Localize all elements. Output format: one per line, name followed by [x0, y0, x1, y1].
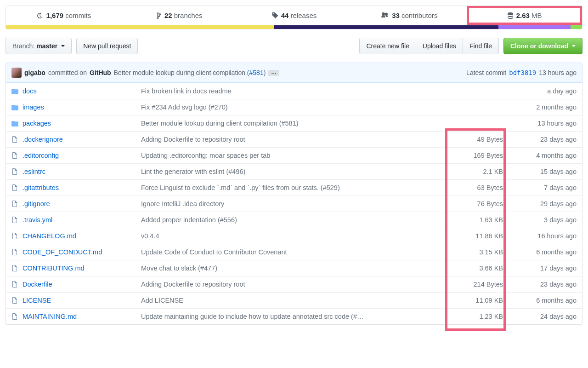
new-pull-request-button[interactable]: New pull request: [76, 38, 138, 54]
file-name: .gitattributes: [20, 184, 141, 191]
tag-icon: [271, 12, 278, 19]
commit-message-cell[interactable]: Adding Dockerfile to repository root: [141, 136, 448, 143]
stat-repo-size[interactable]: 2.63 MB: [467, 6, 582, 25]
commit-message-cell[interactable]: Add LICENSE: [141, 297, 448, 304]
commit-message-cell[interactable]: Added proper indentation (#556): [141, 216, 448, 224]
table-row: .gitattributesForce Linguist to exclude …: [6, 179, 582, 196]
repo-stats-bar: 1,679 commits 22 branches 44 releases 33…: [6, 6, 582, 25]
commit-message-cell[interactable]: Update maintaining guide to include how …: [141, 313, 448, 320]
branch-icon: [155, 12, 162, 19]
file-name: MAINTAINING.md: [20, 313, 141, 320]
table-row: CONTRIBUTING.mdMove chat to slack (#477)…: [6, 260, 582, 276]
commit-message-cell[interactable]: Update Code of Conduct to Contributor Co…: [141, 248, 448, 256]
file-size-cell: 3.66 KB: [448, 264, 512, 272]
language-segment[interactable]: [274, 25, 498, 29]
file-name: LICENSE: [20, 297, 141, 304]
file-size-cell: 76 Bytes: [448, 200, 512, 207]
commit-message-cell[interactable]: Fix broken link in docs readme: [141, 87, 448, 95]
commit-message-cell[interactable]: Updating .editorconfig: moar spaces per …: [141, 152, 448, 159]
table-row: .dockerignoreAdding Dockerfile to reposi…: [6, 131, 582, 147]
file-link[interactable]: CHANGELOG.md: [23, 232, 76, 240]
commit-message-cell[interactable]: Ignore IntelliJ .idea directory: [141, 200, 448, 207]
file-toolbar: Branch: master New pull request Create n…: [6, 38, 582, 54]
commit-message-cell[interactable]: Force Linguist to exclude `.md` and `.py…: [141, 184, 448, 191]
file-icon: [11, 232, 20, 240]
language-segment[interactable]: [498, 25, 571, 29]
file-link[interactable]: docs: [23, 87, 37, 95]
expand-commit-button[interactable]: …: [268, 70, 279, 76]
branch-select-button[interactable]: Branch: master: [6, 38, 72, 54]
language-segment[interactable]: [6, 25, 274, 29]
file-link[interactable]: MAINTAINING.md: [23, 313, 77, 320]
commit-message-cell[interactable]: Better module lookup during client compi…: [141, 120, 448, 127]
file-link[interactable]: .dockerignore: [23, 136, 63, 143]
chevron-down-icon: [572, 45, 576, 47]
table-row: .eslintrcLint the generator with eslint …: [6, 163, 582, 179]
table-row: CHANGELOG.mdv0.4.411.86 KB16 hours ago: [6, 228, 582, 244]
file-size-cell: 49 Bytes: [448, 136, 512, 143]
file-link[interactable]: packages: [23, 120, 51, 127]
stat-releases[interactable]: 44 releases: [237, 6, 352, 25]
file-link[interactable]: .eslintrc: [23, 168, 45, 175]
file-age-cell: 23 days ago: [512, 136, 577, 143]
commit-message-cell[interactable]: Lint the generator with eslint (#496): [141, 168, 448, 175]
table-row: packagesBetter module lookup during clie…: [6, 115, 582, 131]
file-icon: [11, 168, 20, 175]
file-age-cell: 17 days ago: [512, 264, 577, 272]
language-segment[interactable]: [571, 25, 582, 29]
commit-author[interactable]: gigabo: [24, 69, 45, 76]
file-icon: [11, 184, 20, 191]
file-link[interactable]: .gitignore: [23, 200, 50, 207]
commit-message-cell[interactable]: v0.4.4: [141, 232, 448, 240]
stat-contributors[interactable]: 33 contributors: [351, 6, 467, 25]
file-link[interactable]: LICENSE: [23, 297, 51, 304]
commit-sha-link[interactable]: bdf3819: [509, 69, 536, 76]
file-name: CHANGELOG.md: [20, 232, 141, 240]
file-icon: [11, 200, 20, 207]
issue-link[interactable]: #581: [249, 69, 264, 76]
commit-message-cell[interactable]: Move chat to slack (#477): [141, 264, 448, 272]
table-row: .editorconfigUpdating .editorconfig: moa…: [6, 147, 582, 163]
file-link[interactable]: .editorconfig: [23, 152, 59, 159]
file-icon: [11, 152, 20, 159]
file-age-cell: a day ago: [512, 87, 577, 95]
commit-message-cell[interactable]: Adding Dockerfile to repository root: [141, 281, 448, 288]
commit-message-cell[interactable]: Fix #234 Add svg logo (#270): [141, 104, 448, 111]
chevron-down-icon: [61, 45, 65, 47]
stat-branches[interactable]: 22 branches: [121, 6, 237, 25]
file-actions-group: Create new file Upload files Find file: [359, 38, 499, 54]
people-icon: [381, 12, 389, 19]
commit-message[interactable]: Better module lookup during client compi…: [114, 69, 266, 76]
file-age-cell: 16 hours ago: [512, 232, 577, 240]
file-link[interactable]: CODE_OF_CONDUCT.md: [23, 248, 102, 256]
file-link[interactable]: .travis.yml: [23, 216, 52, 224]
file-size-cell: 2.1 KB: [448, 168, 512, 175]
table-row: docsFix broken link in docs readmea day …: [6, 83, 582, 99]
file-age-cell: 24 days ago: [512, 313, 577, 320]
file-list: docsFix broken link in docs readmea day …: [6, 83, 582, 325]
language-bar[interactable]: [6, 25, 582, 29]
create-new-file-button[interactable]: Create new file: [359, 38, 416, 54]
file-age-cell: 23 days ago: [512, 281, 577, 288]
file-link[interactable]: Dockerfile: [23, 281, 52, 288]
file-size-cell: 63 Bytes: [448, 184, 512, 191]
file-link[interactable]: .gitattributes: [23, 184, 59, 191]
upload-files-button[interactable]: Upload files: [416, 38, 463, 54]
find-file-button[interactable]: Find file: [463, 38, 499, 54]
file-icon: [11, 281, 20, 288]
file-link[interactable]: images: [23, 104, 44, 111]
file-icon: [11, 313, 20, 320]
file-name: docs: [20, 87, 141, 95]
file-age-cell: 7 days ago: [512, 184, 577, 191]
clone-download-button[interactable]: Clone or download: [503, 38, 582, 54]
file-name: .gitignore: [20, 200, 141, 207]
latest-commit-bar: gigabo committed on GitHub Better module…: [6, 63, 582, 83]
folder-icon: [11, 120, 20, 127]
avatar[interactable]: [11, 68, 22, 78]
file-link[interactable]: CONTRIBUTING.md: [23, 264, 85, 272]
file-size-cell: 3.15 KB: [448, 248, 512, 256]
stat-commits[interactable]: 1,679 commits: [6, 6, 121, 25]
file-age-cell: 4 months ago: [512, 152, 577, 159]
table-row: CODE_OF_CONDUCT.mdUpdate Code of Conduct…: [6, 244, 582, 260]
folder-icon: [11, 104, 20, 111]
